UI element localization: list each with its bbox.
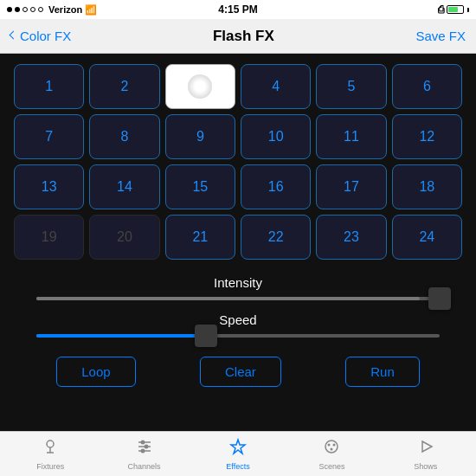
scenes-icon (322, 437, 341, 460)
grid-cell-17[interactable]: 17 (316, 164, 386, 209)
fx-grid: 12456789101112131415161718192021222324 (14, 64, 462, 260)
tab-fixtures[interactable]: Fixtures (3, 437, 97, 471)
grid-cell-2[interactable]: 2 (89, 64, 159, 109)
battery-fill (448, 7, 458, 12)
grid-cell-5[interactable]: 5 (316, 64, 386, 109)
grid-cell-22[interactable]: 22 (241, 215, 311, 260)
grid-cell-10[interactable]: 10 (241, 114, 311, 159)
svg-point-0 (47, 441, 54, 447)
grid-cell-6[interactable]: 6 (392, 64, 462, 109)
bluetooth-icon: ⎙ (438, 3, 444, 16)
intensity-slider[interactable] (36, 297, 440, 300)
tab-channels[interactable]: Channels (97, 437, 190, 471)
signal-dot-5 (38, 7, 43, 12)
status-time: 4:15 PM (218, 3, 257, 16)
back-label: Color FX (20, 29, 71, 43)
grid-cell-12[interactable]: 12 (392, 114, 462, 159)
grid-cell-23[interactable]: 23 (316, 215, 386, 260)
shows-icon (416, 437, 435, 460)
intensity-group: Intensity (14, 275, 462, 300)
speed-group: Speed (14, 312, 462, 338)
svg-marker-9 (231, 440, 245, 453)
save-fx-button[interactable]: Save FX (415, 29, 466, 43)
grid-cell-14[interactable]: 14 (89, 164, 159, 209)
shows-tab-label: Shows (414, 462, 437, 471)
grid-cell-15[interactable]: 15 (165, 164, 235, 209)
grid-cell-13[interactable]: 13 (14, 164, 84, 209)
scenes-tab-label: Scenes (318, 462, 344, 471)
signal-dot-4 (30, 7, 35, 12)
svg-point-11 (328, 444, 331, 447)
svg-point-13 (331, 448, 333, 451)
svg-point-12 (333, 444, 336, 447)
speed-slider[interactable] (36, 334, 440, 338)
grid-cell-24[interactable]: 24 (392, 215, 462, 260)
bottom-buttons: Loop Clear Run (14, 357, 462, 387)
signal-dot-3 (23, 7, 28, 12)
status-bar: Verizon 📶 4:15 PM ⎙ (0, 0, 476, 19)
sliders-section: Intensity Speed (14, 275, 462, 350)
svg-marker-14 (422, 441, 432, 452)
svg-point-6 (144, 445, 148, 449)
channels-tab-label: Channels (128, 462, 161, 471)
intensity-fill (36, 297, 420, 300)
svg-point-4 (140, 441, 145, 445)
loop-button[interactable]: Loop (56, 357, 135, 387)
clear-button[interactable]: Clear (200, 357, 281, 387)
fixtures-icon (41, 437, 60, 460)
nav-bar: Color FX Flash FX Save FX (0, 19, 476, 54)
tab-shows[interactable]: Shows (379, 437, 473, 471)
svg-point-8 (140, 449, 145, 453)
signal-dot-2 (15, 7, 20, 12)
status-left: Verizon 📶 (7, 4, 97, 16)
grid-cell-11[interactable]: 11 (316, 114, 386, 159)
channels-icon (135, 437, 154, 460)
tab-effects[interactable]: Effects (191, 437, 285, 471)
intensity-label: Intensity (214, 275, 262, 290)
grid-cell-20[interactable]: 20 (89, 215, 159, 260)
grid-cell-21[interactable]: 21 (165, 215, 235, 260)
grid-cell-18[interactable]: 18 (392, 164, 462, 209)
svg-point-10 (325, 441, 338, 453)
speed-fill (36, 334, 206, 338)
nav-back-button[interactable]: Color FX (10, 29, 71, 43)
run-button[interactable]: Run (345, 357, 420, 387)
tab-bar: Fixtures Channels Effects Scenes Shows (0, 431, 476, 476)
main-content: 12456789101112131415161718192021222324 I… (0, 54, 476, 431)
speed-label: Speed (219, 312, 256, 327)
grid-cell-1[interactable]: 1 (14, 64, 84, 109)
grid-cell-3[interactable] (165, 64, 235, 109)
effects-tab-label: Effects (226, 462, 249, 471)
chevron-left-icon (10, 31, 18, 40)
fixtures-tab-label: Fixtures (36, 462, 64, 471)
status-right: ⎙ (438, 3, 469, 16)
grid-cell-7[interactable]: 7 (14, 114, 84, 159)
carrier-label: Verizon (48, 4, 82, 15)
battery-tip (467, 8, 469, 12)
tab-scenes[interactable]: Scenes (285, 437, 378, 471)
grid-cell-8[interactable]: 8 (89, 114, 159, 159)
effects-icon (228, 437, 248, 460)
grid-cell-9[interactable]: 9 (165, 114, 235, 159)
nav-title: Flash FX (213, 28, 274, 45)
speed-thumb[interactable] (195, 325, 217, 347)
battery-icon (447, 5, 464, 14)
intensity-thumb[interactable] (428, 287, 451, 310)
signal-dot-1 (7, 7, 12, 12)
grid-cell-4[interactable]: 4 (241, 64, 311, 109)
wifi-icon: 📶 (85, 4, 97, 16)
grid-cell-16[interactable]: 16 (241, 164, 311, 209)
grid-cell-19[interactable]: 19 (14, 215, 84, 260)
